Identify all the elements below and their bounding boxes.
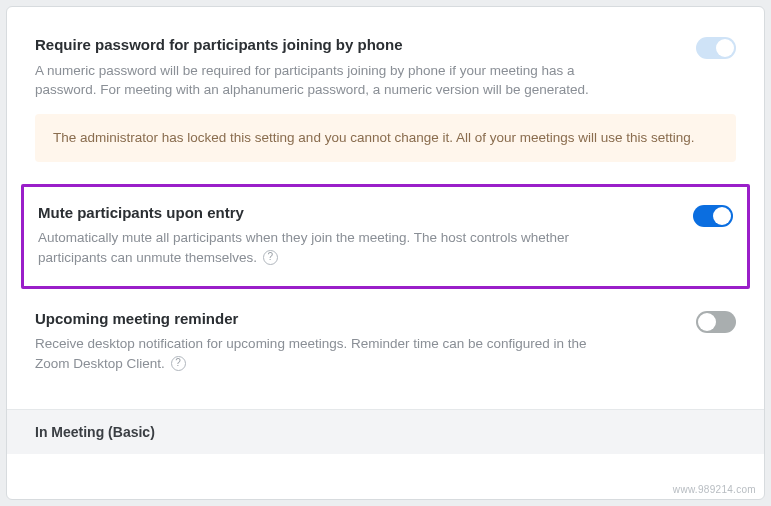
setting-text: Mute participants upon entry Automatical… xyxy=(38,203,598,268)
setting-description: Receive desktop notification for upcomin… xyxy=(35,334,595,373)
setting-row: Mute participants upon entry Automatical… xyxy=(38,203,733,268)
setting-text: Require password for participants joinin… xyxy=(35,35,595,100)
setting-description: A numeric password will be required for … xyxy=(35,61,595,100)
setting-phone-password: Require password for participants joinin… xyxy=(35,19,736,180)
toggle-mute-on-entry[interactable] xyxy=(693,205,733,227)
toggle-upcoming-reminder[interactable] xyxy=(696,311,736,333)
info-icon[interactable]: ? xyxy=(263,250,278,265)
locked-notice: The administrator has locked this settin… xyxy=(35,114,736,162)
setting-title: Mute participants upon entry xyxy=(38,203,598,223)
watermark: www.989214.com xyxy=(673,484,756,495)
info-icon[interactable]: ? xyxy=(171,356,186,371)
setting-text: Upcoming meeting reminder Receive deskto… xyxy=(35,309,595,374)
setting-mute-on-entry: Mute participants upon entry Automatical… xyxy=(21,184,750,289)
setting-description: Automatically mute all participants when… xyxy=(38,228,598,267)
settings-content: Require password for participants joinin… xyxy=(7,7,764,391)
setting-description-text: Receive desktop notification for upcomin… xyxy=(35,336,587,371)
setting-row: Upcoming meeting reminder Receive deskto… xyxy=(35,309,736,374)
section-header-in-meeting-basic[interactable]: In Meeting (Basic) xyxy=(7,409,764,454)
toggle-knob xyxy=(713,207,731,225)
settings-panel: Require password for participants joinin… xyxy=(6,6,765,500)
setting-row: Require password for participants joinin… xyxy=(35,35,736,100)
setting-title: Require password for participants joinin… xyxy=(35,35,595,55)
setting-upcoming-reminder: Upcoming meeting reminder Receive deskto… xyxy=(35,293,736,392)
setting-description-text: Automatically mute all participants when… xyxy=(38,230,569,265)
toggle-phone-password xyxy=(696,37,736,59)
toggle-knob xyxy=(716,39,734,57)
toggle-knob xyxy=(698,313,716,331)
setting-title: Upcoming meeting reminder xyxy=(35,309,595,329)
